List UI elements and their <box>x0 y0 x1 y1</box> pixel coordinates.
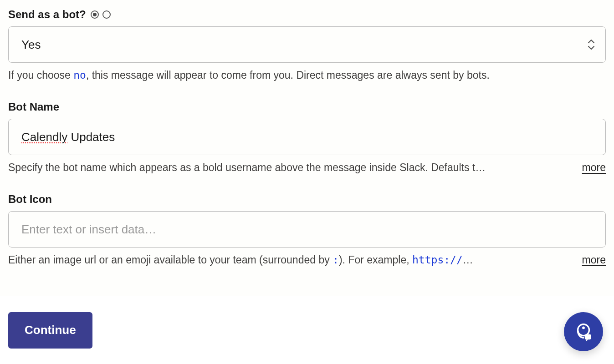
bot-name-value: Calendly Updates <box>21 130 115 144</box>
radio-option-1[interactable] <box>91 10 99 19</box>
help-prefix: If you choose <box>8 69 73 81</box>
bot-icon-input[interactable] <box>8 211 606 248</box>
help-fab-button[interactable] <box>564 312 603 351</box>
field-bot-name: Bot Name Calendly Updates Specify the bo… <box>8 101 606 174</box>
bot-icon-more-link[interactable]: more <box>582 254 606 266</box>
field-bot-icon: Bot Icon Either an image url or an emoji… <box>8 193 606 266</box>
svg-point-0 <box>578 324 589 336</box>
bot-name-more-link[interactable]: more <box>582 162 606 174</box>
support-icon <box>573 321 594 342</box>
bot-icon-help-row: Either an image url or an emoji availabl… <box>8 254 606 266</box>
svg-rect-2 <box>585 334 591 340</box>
bot-name-label: Bot Name <box>8 101 59 113</box>
svg-point-1 <box>582 327 585 329</box>
help-suffix: , this message will appear to come from … <box>86 69 490 81</box>
bot-name-misspelled-part: Calendly <box>21 130 67 144</box>
bot-name-rest-part: Updates <box>67 130 115 144</box>
help-code-colon: : <box>333 254 339 266</box>
help-mid: ). For example, <box>339 254 412 266</box>
bot-name-input[interactable]: Calendly Updates <box>8 119 606 155</box>
label-row: Send as a bot? <box>8 8 606 21</box>
footer-bar: Continue <box>0 296 614 364</box>
bot-icon-label: Bot Icon <box>8 193 52 206</box>
help-code-no: no <box>73 69 86 81</box>
label-row: Bot Name <box>8 101 606 113</box>
continue-button[interactable]: Continue <box>8 312 92 349</box>
send-as-bot-help: If you choose no, this message will appe… <box>8 69 606 81</box>
bot-name-help: Specify the bot name which appears as a … <box>8 162 571 174</box>
radio-option-2[interactable] <box>102 10 111 19</box>
help-code-url: https:// <box>412 254 463 266</box>
send-as-bot-help-row: If you choose no, this message will appe… <box>8 69 606 81</box>
help-prefix: Either an image url or an emoji availabl… <box>8 254 333 266</box>
field-send-as-bot: Send as a bot? Yes If you choose no, thi… <box>8 8 606 81</box>
send-as-bot-select[interactable]: Yes <box>8 26 606 63</box>
form-scroll-area: Send as a bot? Yes If you choose no, thi… <box>0 0 614 296</box>
send-as-bot-label: Send as a bot? <box>8 8 86 21</box>
send-as-bot-select-value: Yes <box>21 38 41 52</box>
label-row: Bot Icon <box>8 193 606 206</box>
bot-name-help-row: Specify the bot name which appears as a … <box>8 162 606 174</box>
bot-icon-help: Either an image url or an emoji availabl… <box>8 254 571 266</box>
send-as-bot-select-wrap: Yes <box>8 26 606 63</box>
send-as-bot-radio-group <box>91 10 111 19</box>
help-suffix: … <box>463 254 473 266</box>
